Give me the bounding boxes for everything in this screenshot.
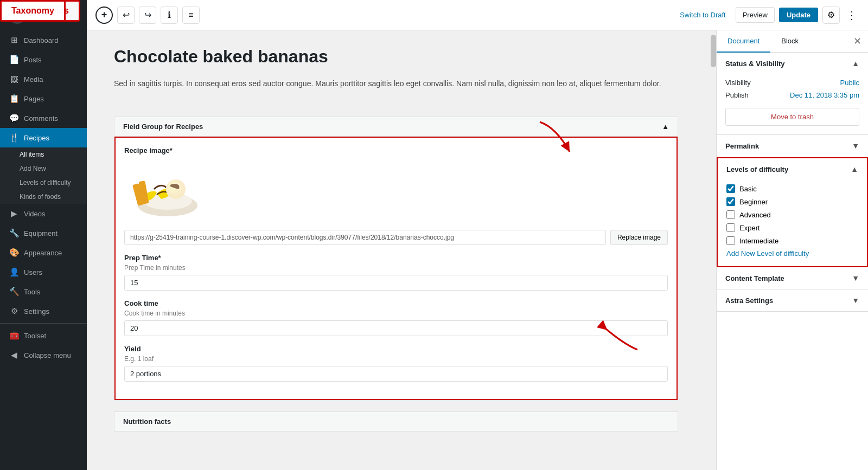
sidebar-item-label: Media [24, 75, 43, 83]
recipes-submenu: All items Add New Levels of difficulty K… [0, 147, 87, 204]
panel-close-button[interactable]: ✕ [847, 31, 868, 51]
sidebar-item-label: Equipment [24, 229, 58, 237]
undo-button[interactable]: ↩ [117, 7, 135, 24]
recipe-image-preview [124, 157, 200, 222]
recipe-image-label: Recipe image* [124, 146, 668, 154]
sidebar-item-label: Videos [24, 210, 46, 218]
users-icon: 👤 [9, 267, 20, 278]
right-panel: Document Block ✕ Status & Visibility ▲ V… [716, 30, 868, 470]
image-url-input[interactable] [124, 230, 606, 245]
sidebar-item-label: Posts [24, 56, 42, 64]
update-button[interactable]: Update [779, 8, 818, 22]
add-block-button[interactable]: + [95, 7, 113, 24]
info-button[interactable]: ℹ [161, 7, 178, 24]
sidebar-item-label: Users [24, 268, 42, 276]
editor-scroll-area[interactable]: Chocolate baked bananas Sed in sagittis … [87, 30, 711, 470]
publish-value[interactable]: Dec 11, 2018 3:35 pm [790, 91, 859, 99]
appearance-icon: 🎨 [9, 247, 20, 258]
sidebar-item-levels-of-difficulty[interactable]: Levels of difficulty [0, 176, 87, 190]
sidebar-item-label: Appearance [24, 249, 62, 257]
sidebar-item-dashboard[interactable]: ⊞ Dashboard [0, 30, 87, 50]
status-visibility-header[interactable]: Status & Visibility ▲ [717, 53, 868, 74]
sidebar-item-equipment[interactable]: 🔧 Equipment [0, 223, 87, 243]
field-group-section: Field Group for Recipes ▲ Recipe image* [114, 117, 678, 401]
block-menu-button[interactable]: ≡ [182, 7, 200, 24]
field-group-collapse-icon[interactable]: ▲ [662, 123, 669, 131]
sidebar-item-toolset[interactable]: 🧰 Toolset [0, 326, 87, 345]
intermediate-checkbox[interactable] [726, 236, 735, 245]
sidebar: W Dashboard ⊞ Dashboard 📄 Posts 🖼 Media … [0, 0, 87, 470]
recipe-image-field: Recipe image* [124, 146, 668, 245]
toolset-icon: 🧰 [9, 330, 20, 341]
post-body[interactable]: Sed in sagittis turpis. In consequat ero… [114, 78, 678, 89]
astra-settings-title: Astra Settings [725, 297, 773, 305]
post-title[interactable]: Chocolate baked bananas [114, 47, 678, 67]
permalink-header[interactable]: Permalink ▼ [717, 135, 868, 157]
sidebar-item-comments[interactable]: 💬 Comments [0, 108, 87, 128]
svg-point-5 [166, 179, 186, 199]
sidebar-item-add-new[interactable]: Add New [0, 162, 87, 176]
redo-button[interactable]: ↪ [139, 7, 156, 24]
settings-icon: ⚙ [9, 306, 20, 317]
sidebar-item-tools[interactable]: 🔨 Tools [0, 282, 87, 301]
sidebar-logo-label: Dashboard [30, 11, 65, 20]
sidebar-item-all-items[interactable]: All items [0, 147, 87, 162]
levels-chevron-up-icon: ▲ [851, 165, 858, 173]
preview-button[interactable]: Preview [736, 7, 775, 23]
beginner-checkbox[interactable] [726, 197, 735, 206]
sidebar-item-label: Tools [24, 288, 40, 296]
sidebar-item-settings[interactable]: ⚙ Settings [0, 301, 87, 321]
basic-checkbox[interactable] [726, 184, 735, 193]
comments-icon: 💬 [9, 113, 20, 124]
content-template-header[interactable]: Content Template ▼ [717, 267, 868, 289]
sidebar-item-videos[interactable]: ▶ Videos [0, 204, 87, 223]
sidebar-item-collapse[interactable]: ◀ Collapse menu [0, 345, 87, 365]
tab-block[interactable]: Block [770, 30, 809, 53]
editor-scrollbar[interactable] [711, 30, 716, 470]
tab-document[interactable]: Document [717, 30, 770, 53]
content-template-chevron-icon: ▼ [852, 274, 859, 282]
cook-time-input[interactable] [124, 320, 668, 336]
checkbox-basic: Basic [726, 184, 858, 193]
visibility-label: Visibility [725, 79, 751, 87]
sidebar-item-recipes[interactable]: 🍴 Recipes [0, 128, 87, 147]
settings-gear-button[interactable]: ⚙ [822, 7, 840, 24]
levels-body: Basic Beginner Advanced Ex [718, 180, 867, 266]
more-options-button[interactable]: ⋮ [844, 9, 859, 22]
prep-time-input[interactable] [124, 275, 668, 291]
sidebar-item-appearance[interactable]: 🎨 Appearance [0, 243, 87, 262]
scrollbar-thumb[interactable] [711, 35, 716, 67]
replace-image-button[interactable]: Replace image [610, 230, 668, 245]
yield-label: Yield [124, 345, 668, 353]
astra-settings-chevron-icon: ▼ [852, 296, 859, 305]
move-to-trash-button[interactable]: Move to trash [725, 108, 859, 126]
posts-icon: 📄 [9, 54, 20, 65]
sidebar-item-pages[interactable]: 📋 Pages [0, 89, 87, 108]
visibility-value[interactable]: Public [840, 79, 859, 87]
nutrition-section: Nutrition facts [114, 411, 678, 432]
add-new-level-link[interactable]: Add New Level of difficulty [726, 249, 858, 257]
advanced-checkbox[interactable] [726, 210, 735, 219]
prep-time-hint: Prep Time in minutes [124, 264, 668, 272]
pages-icon: 📋 [9, 93, 20, 104]
sidebar-item-media[interactable]: 🖼 Media [0, 69, 87, 89]
astra-settings-header[interactable]: Astra Settings ▼ [717, 289, 868, 311]
publish-row: Publish Dec 11, 2018 3:35 pm [725, 91, 859, 99]
sidebar-logo[interactable]: W Dashboard [0, 0, 87, 30]
levels-header[interactable]: Levels of difficulty ▲ [718, 158, 867, 180]
sidebar-item-label: Dashboard [24, 36, 59, 44]
editor-wrapper: Chocolate baked bananas Sed in sagittis … [87, 30, 716, 470]
checkbox-advanced: Advanced [726, 210, 858, 219]
basic-label: Basic [739, 185, 757, 193]
expert-checkbox[interactable] [726, 223, 735, 232]
sidebar-item-label: Toolset [24, 332, 46, 340]
switch-to-draft-button[interactable]: Switch to Draft [674, 8, 731, 22]
recipes-icon: 🍴 [9, 132, 20, 143]
sidebar-item-label: Settings [24, 307, 49, 316]
yield-input[interactable] [124, 366, 668, 382]
levels-of-difficulty-section: Levels of difficulty ▲ Basic Beginner [717, 157, 868, 267]
sidebar-item-kinds-of-foods[interactable]: Kinds of foods [0, 190, 87, 204]
sidebar-item-users[interactable]: 👤 Users [0, 262, 87, 282]
sidebar-item-posts[interactable]: 📄 Posts [0, 50, 87, 69]
yield-hint: E.g. 1 loaf [124, 355, 668, 363]
